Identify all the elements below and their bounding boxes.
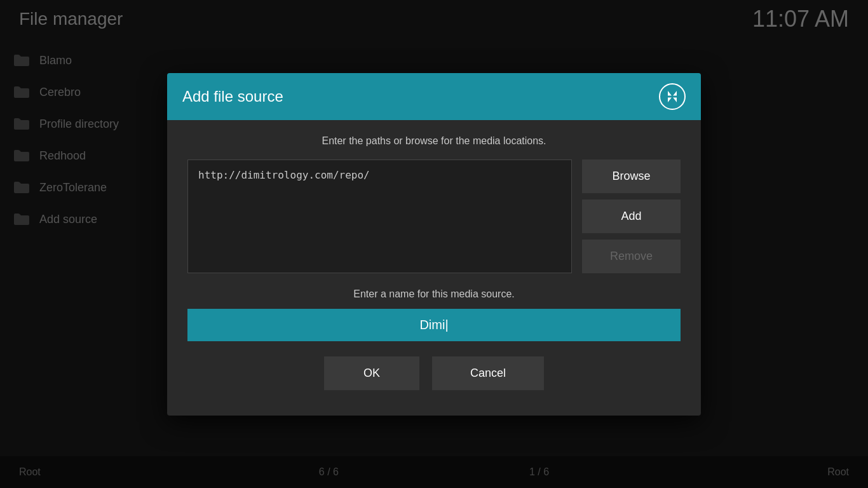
dialog-footer: OK Cancel xyxy=(187,356,681,396)
ok-button[interactable]: OK xyxy=(324,356,419,390)
browse-button[interactable]: Browse xyxy=(582,159,681,193)
cancel-button[interactable]: Cancel xyxy=(432,356,544,390)
name-input[interactable] xyxy=(187,309,681,341)
dialog-title: Add file source xyxy=(182,88,283,105)
path-section: http://dimitrology.com/repo/ Browse Add … xyxy=(187,159,681,273)
dialog-overlay: Add file source Enter the paths or brows… xyxy=(0,0,868,488)
dialog-header: Add file source xyxy=(167,73,701,120)
dialog-subtitle: Enter the paths or browse for the media … xyxy=(187,135,681,147)
remove-button[interactable]: Remove xyxy=(582,240,681,273)
kodi-logo-icon xyxy=(659,83,686,110)
path-textarea[interactable]: http://dimitrology.com/repo/ xyxy=(187,159,572,273)
add-button[interactable]: Add xyxy=(582,200,681,233)
dialog-body: Enter the paths or browse for the media … xyxy=(167,120,701,416)
path-buttons: Browse Add Remove xyxy=(582,159,681,273)
add-file-source-dialog: Add file source Enter the paths or brows… xyxy=(167,73,701,416)
name-label: Enter a name for this media source. xyxy=(187,288,681,300)
name-section: Enter a name for this media source. xyxy=(187,288,681,341)
